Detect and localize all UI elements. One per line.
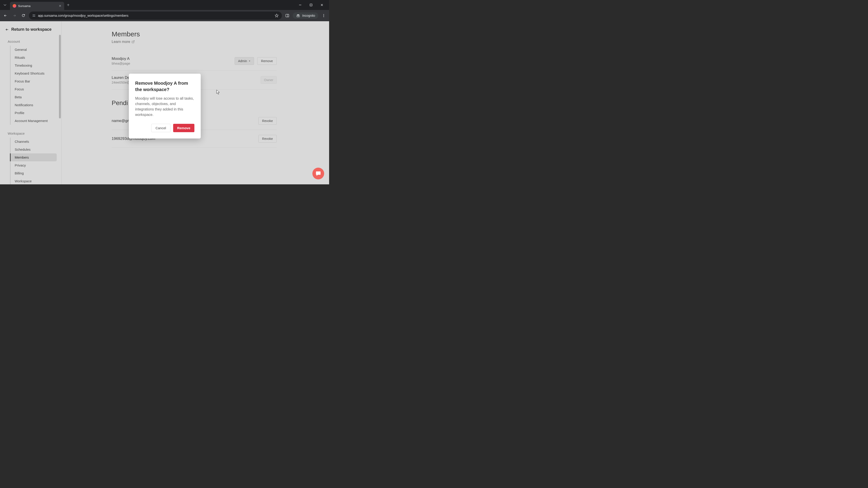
svg-rect-1 bbox=[310, 4, 312, 6]
window-controls bbox=[296, 2, 329, 8]
tab-search-dropdown[interactable] bbox=[1, 1, 9, 9]
side-panel-button[interactable] bbox=[284, 12, 291, 19]
chevron-down-icon bbox=[3, 3, 6, 6]
svg-point-9 bbox=[298, 15, 300, 17]
svg-point-13 bbox=[323, 17, 324, 17]
cancel-button[interactable]: Cancel bbox=[151, 124, 170, 132]
confirm-remove-button[interactable]: Remove bbox=[173, 124, 194, 132]
site-settings-icon[interactable] bbox=[32, 14, 36, 18]
remove-member-modal: Remove Moodjoy A from the workspace? Moo… bbox=[129, 74, 201, 138]
close-tab-icon[interactable]: ✕ bbox=[59, 4, 61, 8]
app-viewport: Return to workspace Account General Ritu… bbox=[0, 21, 329, 184]
reload-button[interactable] bbox=[20, 12, 27, 19]
bookmark-star-icon[interactable] bbox=[275, 13, 279, 18]
modal-body: Moodjoy will lose access to all tasks, c… bbox=[135, 96, 194, 118]
close-window-button[interactable] bbox=[317, 2, 327, 8]
svg-point-5 bbox=[34, 16, 35, 17]
forward-button[interactable] bbox=[11, 12, 18, 19]
back-button[interactable] bbox=[2, 12, 9, 19]
incognito-badge[interactable]: Incognito bbox=[293, 12, 318, 19]
mouse-cursor-icon bbox=[216, 90, 220, 95]
svg-point-11 bbox=[323, 14, 324, 15]
svg-rect-6 bbox=[286, 14, 289, 17]
modal-title: Remove Moodjoy A from the workspace? bbox=[135, 80, 194, 93]
new-tab-button[interactable]: + bbox=[67, 2, 70, 8]
browser-menu-button[interactable] bbox=[320, 12, 327, 19]
minimize-button[interactable] bbox=[296, 2, 305, 8]
incognito-label: Incognito bbox=[302, 14, 315, 18]
tab-title: Sunsama bbox=[18, 4, 57, 8]
url-text: app.sunsama.com/group/moodjoy_workspace/… bbox=[38, 14, 272, 18]
browser-toolbar: app.sunsama.com/group/moodjoy_workspace/… bbox=[0, 10, 329, 21]
browser-tab[interactable]: Sunsama ✕ bbox=[10, 2, 64, 10]
svg-point-8 bbox=[297, 15, 298, 17]
intercom-launcher[interactable] bbox=[312, 168, 324, 180]
svg-point-4 bbox=[33, 14, 34, 15]
svg-point-12 bbox=[323, 15, 324, 16]
favicon-icon bbox=[13, 4, 16, 8]
chat-bubble-icon bbox=[315, 170, 321, 176]
incognito-icon bbox=[296, 14, 301, 18]
browser-tab-strip: Sunsama ✕ + bbox=[0, 0, 329, 10]
maximize-button[interactable] bbox=[307, 2, 315, 8]
address-bar[interactable]: app.sunsama.com/group/moodjoy_workspace/… bbox=[29, 11, 282, 20]
